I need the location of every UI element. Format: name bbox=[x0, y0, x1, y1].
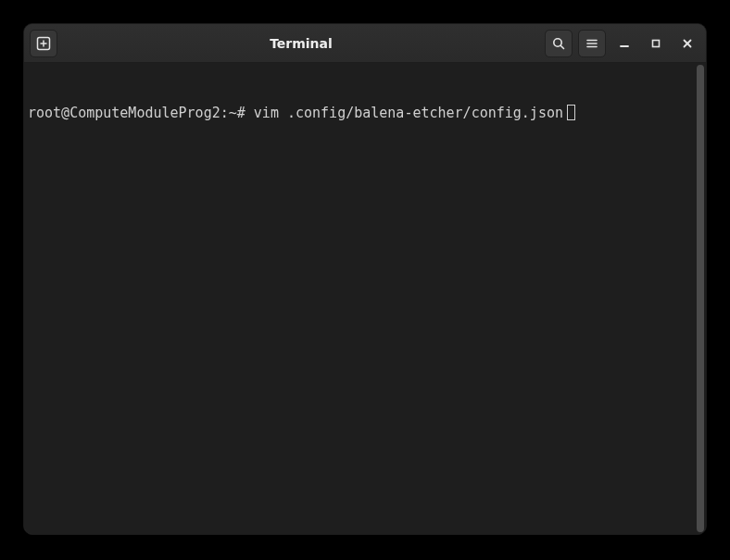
new-tab-button[interactable] bbox=[30, 30, 57, 57]
close-button[interactable] bbox=[674, 30, 700, 57]
window-title: Terminal bbox=[63, 36, 539, 51]
minimize-button[interactable] bbox=[611, 30, 637, 57]
scroll-thumb[interactable] bbox=[697, 65, 704, 532]
maximize-button[interactable] bbox=[643, 30, 669, 57]
close-icon bbox=[681, 37, 694, 50]
search-icon bbox=[551, 36, 566, 51]
cursor bbox=[567, 105, 575, 120]
terminal-window: Terminal bbox=[23, 23, 707, 535]
titlebar: Terminal bbox=[24, 24, 706, 63]
scrollbar[interactable] bbox=[695, 63, 706, 534]
terminal-output[interactable]: root@ComputeModuleProg2:~# vim .config/b… bbox=[24, 63, 695, 534]
command-text: vim .config/balena-etcher/config.json bbox=[254, 104, 563, 122]
search-button[interactable] bbox=[545, 30, 573, 57]
prompt: root@ComputeModuleProg2:~# bbox=[28, 104, 254, 122]
new-tab-icon bbox=[36, 36, 51, 51]
titlebar-left bbox=[30, 30, 57, 57]
menu-button[interactable] bbox=[578, 30, 606, 57]
prompt-line: root@ComputeModuleProg2:~# vim .config/b… bbox=[28, 104, 693, 122]
titlebar-right bbox=[545, 30, 700, 57]
svg-rect-9 bbox=[653, 40, 660, 46]
svg-line-4 bbox=[560, 45, 563, 48]
menu-icon bbox=[585, 36, 599, 51]
maximize-icon bbox=[649, 37, 662, 50]
content-area: root@ComputeModuleProg2:~# vim .config/b… bbox=[24, 63, 706, 534]
minimize-icon bbox=[618, 37, 631, 50]
